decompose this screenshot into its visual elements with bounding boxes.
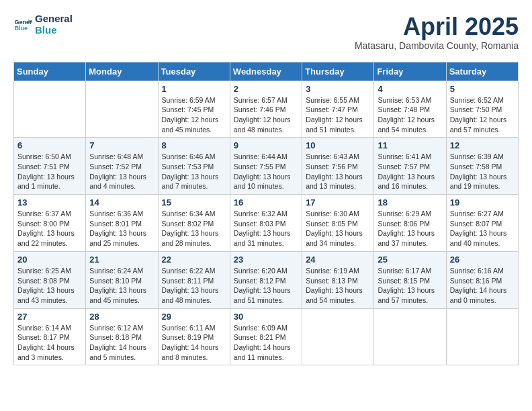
sunset-text: Sunset: 8:12 PM: [234, 276, 298, 286]
day-number: 4: [378, 84, 442, 94]
sunset-text: Sunset: 7:55 PM: [234, 162, 298, 172]
day-info: Sunrise: 6:12 AMSunset: 8:18 PMDaylight:…: [89, 323, 154, 363]
sunrise-text: Sunrise: 6:27 AM: [450, 209, 515, 219]
sunset-text: Sunset: 7:53 PM: [162, 162, 226, 172]
day-number: 28: [89, 312, 154, 322]
day-info: Sunrise: 6:19 AMSunset: 8:13 PMDaylight:…: [306, 266, 370, 306]
calendar-week-row: 6Sunrise: 6:50 AMSunset: 7:51 PMDaylight…: [14, 138, 519, 195]
daylight-text: Daylight: 13 hours and 1 minute.: [17, 172, 82, 191]
daylight-text: Daylight: 13 hours and 34 minutes.: [306, 228, 370, 248]
daylight-text: Daylight: 13 hours and 7 minutes.: [162, 172, 226, 191]
day-number: 7: [89, 140, 154, 150]
day-info: Sunrise: 6:32 AMSunset: 8:03 PMDaylight:…: [234, 209, 298, 248]
calendar-cell: [86, 81, 158, 138]
calendar-cell: 15Sunrise: 6:34 AMSunset: 8:02 PMDayligh…: [158, 195, 230, 252]
sunrise-text: Sunrise: 6:14 AM: [17, 323, 82, 333]
day-info: Sunrise: 6:59 AMSunset: 7:45 PMDaylight:…: [162, 95, 226, 135]
sunrise-text: Sunrise: 6:20 AM: [234, 266, 298, 276]
daylight-text: Daylight: 13 hours and 13 minutes.: [306, 172, 370, 191]
sunset-text: Sunset: 7:48 PM: [378, 105, 442, 115]
svg-text:Blue: Blue: [14, 25, 28, 32]
calendar-cell: 14Sunrise: 6:36 AMSunset: 8:01 PMDayligh…: [86, 195, 158, 252]
daylight-text: Daylight: 13 hours and 19 minutes.: [450, 172, 515, 191]
sunset-text: Sunset: 7:45 PM: [162, 105, 226, 115]
sunrise-text: Sunrise: 6:25 AM: [17, 266, 82, 276]
day-number: 17: [306, 197, 370, 208]
day-number: 26: [450, 255, 515, 265]
sunset-text: Sunset: 8:06 PM: [378, 219, 442, 229]
sunset-text: Sunset: 8:08 PM: [17, 276, 82, 286]
day-info: Sunrise: 6:11 AMSunset: 8:19 PMDaylight:…: [162, 323, 226, 363]
sunrise-text: Sunrise: 6:17 AM: [378, 266, 442, 276]
sunrise-text: Sunrise: 6:22 AM: [162, 266, 226, 276]
day-number: 27: [17, 312, 82, 322]
logo-line2: Blue: [35, 25, 73, 36]
calendar-cell: 10Sunrise: 6:43 AMSunset: 7:56 PMDayligh…: [302, 138, 374, 195]
day-info: Sunrise: 6:46 AMSunset: 7:53 PMDaylight:…: [162, 152, 226, 191]
sunset-text: Sunset: 7:50 PM: [450, 105, 515, 115]
calendar-cell: 5Sunrise: 6:52 AMSunset: 7:50 PMDaylight…: [446, 81, 518, 138]
day-number: 25: [378, 255, 442, 265]
day-number: 9: [234, 140, 298, 150]
daylight-text: Daylight: 14 hours and 3 minutes.: [17, 342, 82, 362]
logo-icon: General Blue: [13, 15, 32, 34]
sunrise-text: Sunrise: 6:41 AM: [378, 152, 442, 162]
sunrise-text: Sunrise: 6:16 AM: [450, 266, 515, 276]
sunrise-text: Sunrise: 6:34 AM: [162, 209, 226, 219]
calendar-week-row: 1Sunrise: 6:59 AMSunset: 7:45 PMDaylight…: [14, 81, 519, 138]
daylight-text: Daylight: 12 hours and 51 minutes.: [306, 115, 370, 134]
daylight-text: Daylight: 13 hours and 51 minutes.: [234, 285, 298, 305]
day-info: Sunrise: 6:57 AMSunset: 7:46 PMDaylight:…: [234, 95, 298, 135]
calendar-week-row: 13Sunrise: 6:37 AMSunset: 8:00 PMDayligh…: [14, 195, 519, 252]
page-header: General Blue General Blue April 2025 Mat…: [13, 13, 519, 51]
calendar-cell: 26Sunrise: 6:16 AMSunset: 8:16 PMDayligh…: [446, 251, 518, 308]
sunset-text: Sunset: 8:21 PM: [234, 332, 298, 342]
day-number: 3: [306, 84, 370, 94]
calendar-cell: 16Sunrise: 6:32 AMSunset: 8:03 PMDayligh…: [230, 195, 302, 252]
day-info: Sunrise: 6:30 AMSunset: 8:05 PMDaylight:…: [306, 209, 370, 248]
sunrise-text: Sunrise: 6:36 AM: [89, 209, 154, 219]
day-number: 2: [234, 84, 298, 94]
logo: General Blue General Blue: [13, 13, 73, 36]
daylight-text: Daylight: 13 hours and 57 minutes.: [378, 285, 442, 305]
day-number: 29: [162, 312, 226, 322]
calendar-cell: [14, 81, 86, 138]
calendar-cell: 27Sunrise: 6:14 AMSunset: 8:17 PMDayligh…: [14, 308, 86, 365]
logo-line1: General: [35, 13, 73, 25]
sunrise-text: Sunrise: 6:55 AM: [306, 95, 370, 105]
calendar-cell: 30Sunrise: 6:09 AMSunset: 8:21 PMDayligh…: [230, 308, 302, 365]
calendar-cell: 6Sunrise: 6:50 AMSunset: 7:51 PMDaylight…: [14, 138, 86, 195]
calendar-cell: 22Sunrise: 6:22 AMSunset: 8:11 PMDayligh…: [158, 251, 230, 308]
daylight-text: Daylight: 13 hours and 4 minutes.: [89, 172, 154, 191]
day-number: 8: [162, 140, 226, 150]
calendar-cell: 7Sunrise: 6:48 AMSunset: 7:52 PMDaylight…: [86, 138, 158, 195]
day-info: Sunrise: 6:09 AMSunset: 8:21 PMDaylight:…: [234, 323, 298, 363]
sunrise-text: Sunrise: 6:12 AM: [89, 323, 154, 333]
day-number: 15: [162, 197, 226, 208]
daylight-text: Daylight: 13 hours and 25 minutes.: [89, 228, 154, 248]
calendar-cell: 13Sunrise: 6:37 AMSunset: 8:00 PMDayligh…: [14, 195, 86, 252]
sunrise-text: Sunrise: 6:11 AM: [162, 323, 226, 333]
weekday-header-row: SundayMondayTuesdayWednesdayThursdayFrid…: [14, 62, 519, 81]
calendar-cell: [374, 308, 446, 365]
calendar-cell: 3Sunrise: 6:55 AMSunset: 7:47 PMDaylight…: [302, 81, 374, 138]
day-number: 11: [378, 140, 442, 150]
calendar-cell: [302, 308, 374, 365]
daylight-text: Daylight: 13 hours and 45 minutes.: [89, 285, 154, 305]
sunset-text: Sunset: 8:11 PM: [162, 276, 226, 286]
day-number: 13: [17, 197, 82, 208]
calendar-cell: 12Sunrise: 6:39 AMSunset: 7:58 PMDayligh…: [446, 138, 518, 195]
day-info: Sunrise: 6:55 AMSunset: 7:47 PMDaylight:…: [306, 95, 370, 135]
day-info: Sunrise: 6:20 AMSunset: 8:12 PMDaylight:…: [234, 266, 298, 306]
daylight-text: Daylight: 13 hours and 37 minutes.: [378, 228, 442, 248]
calendar-subtitle: Matasaru, Dambovita County, Romania: [355, 40, 519, 51]
weekday-header: Sunday: [14, 62, 86, 81]
daylight-text: Daylight: 14 hours and 5 minutes.: [89, 342, 154, 362]
sunrise-text: Sunrise: 6:50 AM: [17, 152, 82, 162]
sunrise-text: Sunrise: 6:30 AM: [306, 209, 370, 219]
day-number: 6: [17, 140, 82, 150]
day-info: Sunrise: 6:36 AMSunset: 8:01 PMDaylight:…: [89, 209, 154, 248]
sunrise-text: Sunrise: 6:32 AM: [234, 209, 298, 219]
sunset-text: Sunset: 8:19 PM: [162, 332, 226, 342]
day-info: Sunrise: 6:34 AMSunset: 8:02 PMDaylight:…: [162, 209, 226, 248]
